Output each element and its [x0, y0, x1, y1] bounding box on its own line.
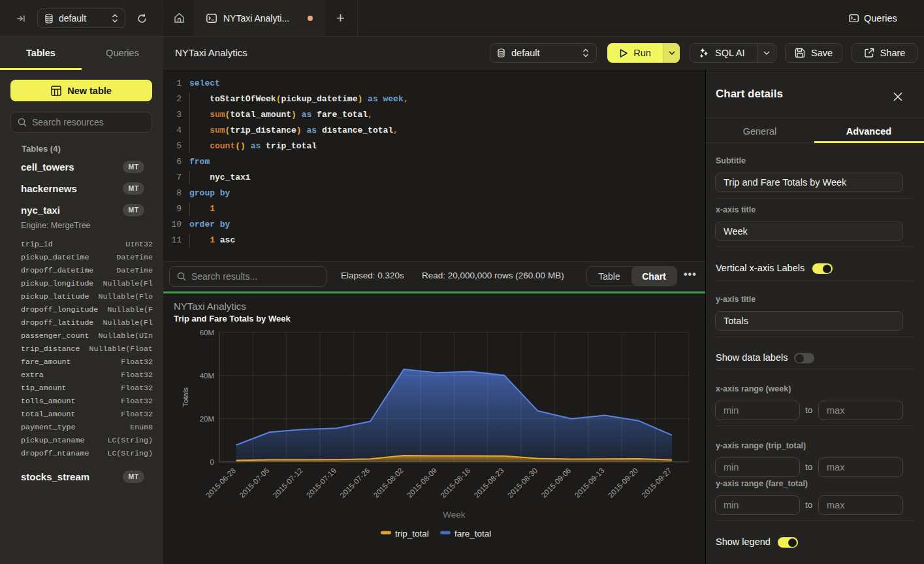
- svg-text:2015-07-26: 2015-07-26: [338, 467, 371, 499]
- svg-text:Week: Week: [443, 510, 466, 520]
- svg-text:fare_total: fare_total: [454, 529, 491, 539]
- svg-text:2015-07-12: 2015-07-12: [272, 467, 304, 499]
- svg-text:2015-09-06: 2015-09-06: [539, 467, 572, 499]
- svg-text:2015-08-30: 2015-08-30: [506, 467, 539, 499]
- svg-text:2015-07-05: 2015-07-05: [238, 467, 270, 499]
- svg-text:2015-08-02: 2015-08-02: [372, 467, 405, 499]
- svg-text:20M: 20M: [200, 415, 214, 423]
- svg-text:0: 0: [210, 458, 214, 466]
- svg-text:2015-07-19: 2015-07-19: [305, 467, 338, 499]
- svg-text:40M: 40M: [200, 372, 214, 380]
- svg-text:2015-08-23: 2015-08-23: [473, 467, 505, 499]
- svg-text:2015-08-16: 2015-08-16: [439, 467, 471, 499]
- svg-text:2015-09-13: 2015-09-13: [573, 467, 606, 499]
- svg-text:Totals: Totals: [182, 387, 189, 406]
- svg-text:2015-09-20: 2015-09-20: [607, 467, 639, 499]
- svg-text:trip_total: trip_total: [395, 529, 429, 539]
- svg-text:2015-08-09: 2015-08-09: [406, 467, 438, 499]
- svg-text:2015-06-28: 2015-06-28: [204, 467, 237, 499]
- svg-text:60M: 60M: [200, 329, 214, 337]
- svg-text:2015-09-27: 2015-09-27: [640, 467, 673, 499]
